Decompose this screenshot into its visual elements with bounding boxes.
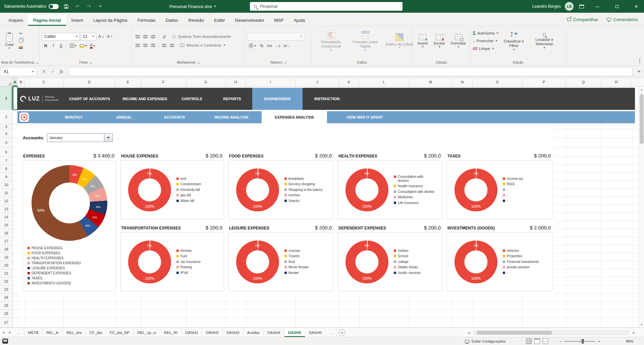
hscroll-left-icon[interactable]: ◄ bbox=[466, 331, 472, 335]
fill-color-button[interactable] bbox=[79, 43, 88, 49]
format-painter-button[interactable] bbox=[17, 45, 24, 52]
insert-function-button[interactable]: fx bbox=[60, 69, 63, 74]
row-header-10[interactable]: 10 bbox=[0, 181, 12, 189]
sheet-tab-dash5[interactable]: DASH5 bbox=[284, 328, 305, 337]
ribbon-tab-revis-o[interactable]: Revisão bbox=[183, 15, 209, 26]
clipboard-dialog-launcher[interactable] bbox=[36, 62, 38, 64]
row-header-19[interactable]: 19 bbox=[0, 253, 12, 261]
nav-item-reports[interactable]: REPORTS bbox=[212, 88, 252, 110]
font-size-select[interactable]: 12 bbox=[81, 33, 96, 41]
comma-style-button[interactable]: 000 bbox=[266, 43, 273, 49]
align-center-button[interactable] bbox=[142, 42, 149, 49]
ribbon-tab-p-gina-inicial[interactable]: Página Inicial bbox=[28, 15, 66, 26]
row-header-27[interactable]: 27 bbox=[0, 318, 12, 328]
nav-item-chart-of-accounts[interactable]: CHART OF ACCOUNTS bbox=[61, 88, 118, 110]
nav-item-dashboards[interactable]: DASHBOARDS bbox=[252, 88, 303, 110]
align-top-button[interactable] bbox=[134, 33, 141, 40]
fill-button[interactable]: ↓Preencher bbox=[473, 38, 498, 45]
font-dialog-launcher[interactable] bbox=[90, 62, 92, 64]
row-header-3[interactable]: 3 bbox=[0, 124, 12, 129]
zoom-slider-thumb[interactable] bbox=[582, 339, 584, 344]
column-header-h[interactable]: H bbox=[226, 78, 246, 86]
row-header-17[interactable]: 17 bbox=[0, 237, 12, 245]
number-dialog-launcher[interactable] bbox=[284, 62, 286, 64]
decrease-decimal-button[interactable]: ,00→ bbox=[282, 43, 291, 49]
format-cells-button[interactable]: Formatar bbox=[449, 33, 469, 48]
ribbon-tab-layout-da-p-gina[interactable]: Layout da Página bbox=[88, 15, 132, 26]
page-break-view-button[interactable] bbox=[543, 338, 548, 344]
bold-button[interactable]: N bbox=[42, 43, 49, 49]
row-header-22[interactable]: 22 bbox=[0, 277, 12, 285]
search-input[interactable]: Pesquisar bbox=[250, 2, 402, 11]
selected-cell-a1[interactable] bbox=[13, 86, 18, 110]
column-header-i[interactable]: I bbox=[246, 78, 296, 86]
column-header-l[interactable]: L bbox=[359, 78, 409, 86]
subnav-item-income-analysis[interactable]: INCOME ANALYSIS bbox=[201, 111, 262, 123]
sheet-tab-dash1[interactable]: DASH1 bbox=[182, 328, 202, 337]
column-header-o[interactable]: O bbox=[473, 78, 522, 86]
alignment-dialog-launcher[interactable] bbox=[197, 62, 199, 64]
sheet-tab-overflow-left[interactable]: ... bbox=[13, 328, 24, 337]
subnav-item-annual[interactable]: ANNUAL bbox=[101, 111, 148, 123]
ribbon-tab-f-rmulas[interactable]: Fórmulas bbox=[132, 15, 161, 26]
autosave-switch[interactable] bbox=[49, 4, 59, 9]
name-box[interactable]: A1 bbox=[0, 67, 37, 76]
zoom-slider[interactable] bbox=[564, 341, 595, 342]
zoom-out-button[interactable]: − bbox=[559, 339, 561, 343]
restore-button[interactable] bbox=[609, 0, 625, 13]
decrease-font-button[interactable]: A▼ bbox=[106, 33, 114, 40]
increase-decimal-button[interactable]: ←,0 bbox=[274, 43, 281, 49]
wrap-text-button[interactable]: Quebrar Texto Automaticamente bbox=[172, 34, 231, 39]
sheet-tab-dash4[interactable]: DASH4 bbox=[264, 328, 284, 337]
column-header-g[interactable]: G bbox=[186, 78, 226, 86]
nav-item-controls[interactable]: CONTROLS bbox=[172, 88, 212, 110]
column-header-k[interactable]: K bbox=[339, 78, 359, 86]
sheet-tab-rel-ri[interactable]: REL_RI bbox=[160, 328, 181, 337]
horizontal-scroll-thumb[interactable] bbox=[477, 331, 552, 335]
row-header-21[interactable]: 21 bbox=[0, 269, 12, 277]
ribbon-tab-msp[interactable]: MSP bbox=[269, 15, 288, 26]
sheet-tab-auxiliar[interactable]: Auxiliar bbox=[244, 328, 264, 337]
sheet-tab-cf-dia[interactable]: CF_dia bbox=[86, 328, 106, 337]
ribbon-tab-inserir[interactable]: Inserir bbox=[66, 15, 88, 26]
decrease-indent-button[interactable] bbox=[161, 42, 167, 49]
share-button[interactable]: Compartilhar bbox=[567, 17, 598, 22]
sheet-nav-left-button[interactable]: ◄ bbox=[0, 328, 7, 337]
column-header-b[interactable]: B bbox=[17, 78, 25, 86]
row-header-13[interactable]: 13 bbox=[0, 205, 12, 213]
row-header-15[interactable]: 15 bbox=[0, 221, 12, 229]
clear-button[interactable]: Limpar bbox=[473, 45, 498, 52]
row-header-23[interactable]: 23 bbox=[0, 285, 12, 293]
ribbon-display-options-button[interactable] bbox=[578, 2, 586, 11]
row-header-1[interactable]: 1 bbox=[0, 86, 12, 110]
autosave-toggle[interactable]: Salvamento Automático bbox=[4, 4, 59, 9]
sheet-tab-rel-dre[interactable]: REL_dre bbox=[63, 328, 86, 337]
confirm-entry-button[interactable]: ✓ bbox=[51, 69, 55, 74]
row-header-8[interactable]: 8 bbox=[0, 165, 12, 173]
column-header-s[interactable]: S bbox=[632, 78, 644, 86]
save-button[interactable] bbox=[62, 2, 70, 11]
subnav-item-monthly[interactable]: MONTHLY bbox=[47, 111, 101, 123]
row-header-25[interactable]: 25 bbox=[0, 301, 12, 309]
row-header-9[interactable]: 9 bbox=[0, 173, 12, 181]
cancel-entry-button[interactable]: ✗ bbox=[42, 69, 46, 74]
row-header-4[interactable]: 4 bbox=[0, 129, 12, 138]
sort-filter-button[interactable]: AZ Classificar e Filtrar bbox=[500, 31, 528, 51]
select-all-corner[interactable] bbox=[0, 78, 13, 86]
nav-item-instruction[interactable]: INSTRUCTION bbox=[303, 88, 351, 110]
merge-center-button[interactable]: Mesclar e Centralizar bbox=[180, 43, 225, 47]
column-header-p[interactable]: P bbox=[522, 78, 566, 86]
row-header-11[interactable]: 11 bbox=[0, 189, 12, 197]
sheet-tab-overflow-right[interactable]: ... bbox=[326, 328, 337, 337]
sheet-tab-rel-fc[interactable]: REL_fc bbox=[43, 328, 63, 337]
sheet-tab-dash3[interactable]: DASH3 bbox=[223, 328, 243, 337]
ribbon-tab-desenvolvedor[interactable]: Desenvolvedor bbox=[230, 15, 269, 26]
increase-indent-button[interactable] bbox=[168, 42, 175, 49]
conditional-formatting-button[interactable]: Formatação Condicional bbox=[315, 30, 347, 51]
ribbon-tab-ajuda[interactable]: Ajuda bbox=[289, 15, 310, 26]
number-format-select[interactable] bbox=[248, 33, 305, 41]
new-sheet-button[interactable]: + bbox=[339, 329, 345, 336]
copy-button[interactable] bbox=[17, 38, 24, 44]
nav-item-income-and-expenses[interactable]: INCOME AND EXPENSES bbox=[118, 88, 172, 110]
column-header-d[interactable]: D bbox=[63, 78, 115, 86]
